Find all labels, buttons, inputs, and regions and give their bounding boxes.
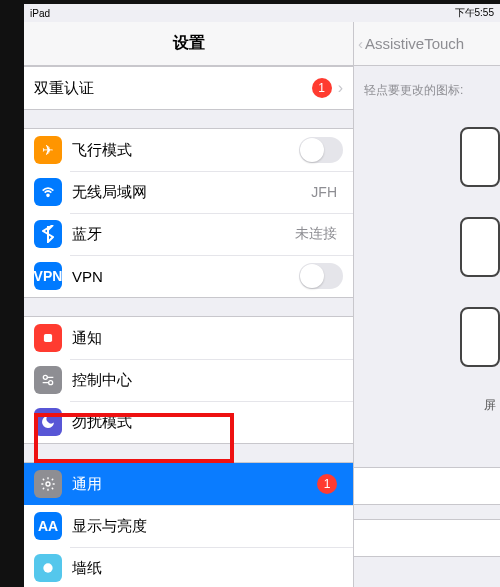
row-wifi[interactable]: 无线局域网 JFH (24, 171, 353, 213)
row-wallpaper[interactable]: 墙纸 (24, 547, 353, 587)
general-label: 通用 (72, 475, 317, 494)
settings-sidebar: 设置 双重认证 1 › ✈ 飞行模式 (24, 4, 354, 587)
dnd-icon (34, 408, 62, 436)
detail-hint: 轻点要更改的图标: (354, 66, 500, 107)
status-device: iPad (30, 8, 50, 19)
group-connectivity: ✈ 飞行模式 无线局域网 JFH (24, 128, 353, 298)
display-label: 显示与亮度 (72, 517, 343, 536)
svg-point-0 (47, 194, 49, 196)
control-center-label: 控制中心 (72, 371, 343, 390)
status-time: 下午5:55 (455, 6, 494, 20)
sidebar-title: 设置 (24, 22, 353, 66)
bluetooth-label: 蓝牙 (72, 225, 295, 244)
bluetooth-icon (34, 220, 62, 248)
group-appleid: 双重认证 1 › (24, 66, 353, 110)
airplane-icon: ✈ (34, 136, 62, 164)
vpn-icon: VPN (34, 262, 62, 290)
dnd-label: 勿扰模式 (72, 413, 343, 432)
row-two-factor[interactable]: 双重认证 1 › (24, 67, 353, 109)
chevron-right-icon: › (338, 79, 343, 97)
notifications-icon (34, 324, 62, 352)
display-icon: AA (34, 512, 62, 540)
wallpaper-icon (34, 554, 62, 582)
status-bar: iPad 下午5:55 (24, 4, 500, 22)
row-do-not-disturb[interactable]: 勿扰模式 (24, 401, 353, 443)
icon-grid: 屏 (354, 107, 500, 434)
wifi-icon (34, 178, 62, 206)
device-frame: iPad 下午5:55 设置 双重认证 1 › (0, 0, 500, 587)
row-control-center[interactable]: 控制中心 (24, 359, 353, 401)
detail-back-button[interactable]: ‹ AssistiveTouch (354, 22, 500, 66)
customize-tile[interactable] (460, 307, 500, 367)
wifi-detail: JFH (311, 184, 337, 200)
airplane-toggle[interactable] (299, 137, 343, 163)
screen: iPad 下午5:55 设置 双重认证 1 › (24, 4, 500, 587)
general-badge: 1 (317, 474, 337, 494)
two-factor-badge: 1 (312, 78, 332, 98)
row-notifications[interactable]: 通知 (24, 317, 353, 359)
control-center-icon (34, 366, 62, 394)
svg-point-5 (43, 563, 52, 572)
customize-tile[interactable] (460, 217, 500, 277)
option-row[interactable] (354, 519, 500, 557)
vpn-label: VPN (72, 268, 299, 285)
airplane-label: 飞行模式 (72, 141, 299, 160)
customize-tile[interactable] (460, 127, 500, 187)
svg-rect-1 (44, 334, 52, 342)
option-row[interactable] (354, 467, 500, 505)
row-bluetooth[interactable]: 蓝牙 未连接 (24, 213, 353, 255)
group-general: 通用 1 AA 显示与亮度 墙纸 (24, 462, 353, 587)
gear-icon (34, 470, 62, 498)
row-airplane-mode[interactable]: ✈ 飞行模式 (24, 129, 353, 171)
back-label: AssistiveTouch (365, 35, 464, 52)
side-label: 屏 (484, 397, 496, 414)
sidebar-title-label: 设置 (173, 33, 205, 54)
svg-point-4 (46, 482, 50, 486)
chevron-left-icon: ‹ (358, 35, 363, 52)
svg-point-2 (43, 375, 47, 379)
vpn-toggle[interactable] (299, 263, 343, 289)
detail-pane: ‹ AssistiveTouch 轻点要更改的图标: 屏 (354, 4, 500, 587)
wifi-label: 无线局域网 (72, 183, 311, 202)
group-notifications: 通知 控制中心 勿扰模式 (24, 316, 353, 444)
sidebar-scroll[interactable]: 双重认证 1 › ✈ 飞行模式 (24, 66, 353, 587)
svg-point-3 (49, 381, 53, 385)
notifications-label: 通知 (72, 329, 343, 348)
wallpaper-label: 墙纸 (72, 559, 343, 578)
row-general[interactable]: 通用 1 (24, 463, 353, 505)
row-display-brightness[interactable]: AA 显示与亮度 (24, 505, 353, 547)
bluetooth-detail: 未连接 (295, 225, 337, 243)
two-factor-label: 双重认证 (34, 79, 312, 98)
row-vpn[interactable]: VPN VPN (24, 255, 353, 297)
